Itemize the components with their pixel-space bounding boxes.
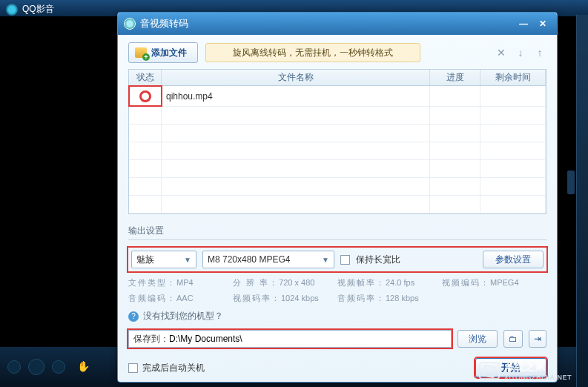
save-path-box[interactable]: 保存到： D:\My Documents\ [128,330,452,348]
meta-key: 音频码率： [337,294,386,302]
params-button[interactable]: 参数设置 [483,251,544,268]
table-row [129,142,546,160]
gesture-icon[interactable]: ✋ [77,360,90,374]
meta-val: 720 x 480 [279,278,314,287]
qqplayer-logo-icon [6,4,18,16]
promo-text: 旋风离线转码，无需挂机，一秒钟转格式 [233,47,393,59]
save-path-value: D:\My Documents\ [169,334,242,344]
player-title-text: QQ影音 [22,3,54,16]
browse-button[interactable]: 浏览 [457,330,498,348]
save-row: 保存到： D:\My Documents\ 浏览 🗀 ⇥ [128,330,546,348]
dialog-title: 音视频转码 [140,17,188,30]
row-progress-cell [430,86,480,106]
brand-select[interactable]: 魅族 ▼ [131,251,196,268]
meta-val: MP4 [176,278,194,287]
add-file-label: 添加文件 [151,47,187,59]
promo-banner[interactable]: 旋风离线转码，无需挂机，一秒钟转格式 [205,43,420,62]
table-row [129,107,546,125]
device-icon: ⇥ [534,334,541,344]
player-panel-collapse[interactable] [567,171,575,194]
help-row: ? 没有找到您的机型？ [128,310,546,322]
meta-key: 视频帧率： [337,278,386,287]
meta-key: 音频编码： [128,294,176,302]
add-file-button[interactable]: 添加文件 [128,42,198,63]
col-progress[interactable]: 进度 [430,70,480,85]
start-button[interactable]: 开始 [475,358,546,377]
open-folder-button[interactable]: 🗀 [503,330,523,348]
file-table: 状态 文件名称 进度 剩余时间 qihhou.mp4 [128,69,546,214]
file-name: qihhou.mp4 [166,91,213,102]
play-button[interactable] [28,359,44,375]
keep-aspect-label: 保持长宽比 [356,254,400,266]
output-meta: 文件类型：MP4 分 辨 率：720 x 480 视频帧率：24.0 fps 视… [128,277,546,304]
row-status-cell [129,86,162,106]
move-up-icon[interactable]: ↑ [533,46,546,59]
meta-val: 128 kbps [386,294,419,302]
move-down-icon[interactable]: ↓ [514,46,527,59]
eject-button[interactable]: ⇥ [529,330,546,348]
meta-val: AAC [176,294,194,302]
model-select[interactable]: M8 720x480 MPEG4 ▼ [202,251,334,268]
transcode-dialog: 音视频转码 — ✕ 添加文件 旋风离线转码，无需挂机，一秒钟转格式 ✕ ↓ ↑ … [117,12,558,383]
table-row[interactable]: qihhou.mp4 [129,86,546,107]
col-time[interactable]: 剩余时间 [480,70,546,85]
dialog-titlebar[interactable]: 音视频转码 — ✕ [118,13,557,35]
meta-key: 文件类型： [128,278,176,287]
keep-aspect-checkbox[interactable] [340,255,350,265]
output-section-title: 输出设置 [128,225,546,240]
help-icon[interactable]: ? [128,311,139,322]
shutdown-checkbox[interactable] [128,363,138,373]
player-title: QQ影音 [6,3,54,16]
meta-key: 视频编码： [442,278,490,287]
next-button[interactable] [52,360,65,374]
meta-val: MPEG4 [490,278,519,287]
prev-button[interactable] [7,360,21,374]
meta-val: 24.0 fps [386,278,414,287]
row-time-cell [480,86,546,106]
col-name[interactable]: 文件名称 [162,70,430,85]
table-row [129,196,546,214]
close-button[interactable]: ✕ [535,18,551,30]
shutdown-label: 完成后自动关机 [142,362,205,374]
brand-value: 魅族 [136,254,154,266]
table-body: qihhou.mp4 [129,86,546,214]
col-status[interactable]: 状态 [129,70,162,85]
meta-key: 视频码率： [233,294,281,302]
table-row [129,178,546,196]
table-header: 状态 文件名称 进度 剩余时间 [129,70,546,86]
folder-add-icon [135,47,147,58]
table-row [129,125,546,142]
meta-val: 1024 kbps [281,294,319,302]
help-text[interactable]: 没有找到您的机型？ [143,310,223,322]
output-settings-row: 魅族 ▼ M8 720x480 MPEG4 ▼ 保持长宽比 参数设置 [128,248,546,271]
remove-icon[interactable]: ✕ [495,46,508,59]
status-pending-icon [140,91,151,102]
model-value: M8 720x480 MPEG4 [208,254,290,265]
dialog-footer: 完成后自动关机 开始 [128,358,546,377]
minimize-button[interactable]: — [515,18,532,30]
save-to-label: 保存到： [133,333,169,345]
table-row [129,160,546,178]
toolbar: 添加文件 旋风离线转码，无需挂机，一秒钟转格式 ✕ ↓ ↑ [128,42,546,63]
row-name-cell: qihhou.mp4 [162,86,430,106]
chevron-down-icon: ▼ [322,256,329,264]
meta-key: 分 辨 率： [233,278,279,287]
player-side-panel [576,15,588,387]
folder-icon: 🗀 [509,334,518,344]
chevron-down-icon: ▼ [184,256,191,264]
dialog-logo-icon [124,18,136,30]
